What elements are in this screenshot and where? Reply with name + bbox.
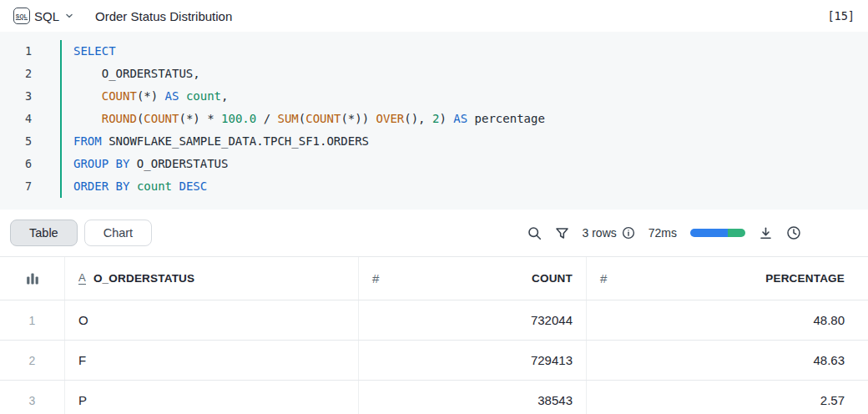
row-number-cell[interactable]: 1 (0, 300, 65, 340)
code-line: 3 COUNT(*) AS count, (0, 85, 868, 108)
code-token: count (137, 179, 172, 193)
code-token: (), (404, 112, 432, 125)
number-type-icon: # (600, 271, 608, 285)
code-line-text: O_ORDERSTATUS, (60, 63, 200, 85)
column-header-count[interactable]: # COUNT (359, 257, 587, 300)
code-line-text: FROM SNOWFLAKE_SAMPLE_DATA.TPCH_SF1.ORDE… (60, 130, 369, 153)
cell-type-label: SQL (34, 9, 59, 23)
tab-table[interactable]: Table (10, 220, 78, 246)
code-line: 5FROM SNOWFLAKE_SAMPLE_DATA.TPCH_SF1.ORD… (0, 130, 868, 153)
code-token: AS (165, 89, 179, 103)
code-line-text: COUNT(*) AS count, (60, 85, 228, 108)
code-token: OVER (376, 112, 405, 125)
column-header-orderstatus[interactable]: A O_ORDERSTATUS (65, 257, 359, 300)
code-token: FROM (73, 134, 102, 148)
code-token: SUM (278, 112, 299, 125)
code-token (179, 89, 185, 103)
results-table: A O_ORDERSTATUS # COUNT # PERCENTAGE 1O7… (0, 256, 868, 414)
code-token: SNOWFLAKE_SAMPLE_DATA.TPCH_SF1.ORDERS (102, 134, 369, 148)
table-cell[interactable]: O (65, 300, 359, 340)
download-icon[interactable] (759, 226, 773, 240)
column-label: PERCENTAGE (765, 272, 845, 285)
search-icon[interactable] (527, 226, 542, 240)
column-header-percentage[interactable]: # PERCENTAGE (587, 257, 868, 300)
chevron-down-icon (63, 10, 75, 22)
code-token: ( (299, 112, 305, 125)
line-number: 6 (0, 153, 60, 175)
code-token: ORDER BY (73, 179, 129, 193)
cell-header: SQL SQL Order Status Distribution [15] (0, 0, 868, 32)
query-duration: 72ms (648, 226, 677, 240)
code-token (73, 89, 102, 103)
code-line: 1SELECT (0, 40, 868, 63)
number-type-icon: # (372, 271, 380, 285)
code-token: 100.0 (221, 112, 256, 125)
table-row[interactable]: 3P385432.57 (0, 381, 868, 414)
code-token (73, 112, 102, 125)
table-cell[interactable]: 732044 (359, 300, 587, 340)
table-header-row: A O_ORDERSTATUS # COUNT # PERCENTAGE (0, 257, 868, 300)
table-cell[interactable]: P (65, 381, 359, 414)
line-number: 4 (0, 108, 60, 130)
info-icon[interactable] (622, 226, 635, 240)
code-line: 2 O_ORDERSTATUS, (0, 63, 868, 85)
code-token: DESC (179, 179, 207, 193)
code-token: count (186, 89, 221, 103)
code-token (129, 179, 136, 193)
code-token: COUNT (305, 112, 341, 125)
toolbar-right: 3 rows 72ms (527, 225, 856, 240)
cell-header-left: SQL SQL Order Status Distribution (13, 8, 232, 24)
cell-reference: [15] (827, 9, 855, 23)
text-type-icon: A (78, 272, 86, 285)
code-token: COUNT (102, 89, 137, 103)
filter-icon[interactable] (555, 226, 569, 240)
code-token: O_ORDERSTATUS (129, 157, 228, 170)
row-count-group: 3 rows (583, 226, 635, 240)
results-toolbar: Table Chart 3 rows 72ms (0, 210, 868, 256)
code-token: (*)) (341, 112, 376, 125)
progress-segment-blue (690, 229, 728, 237)
sql-type-dropdown[interactable]: SQL SQL (13, 8, 75, 24)
table-cell[interactable]: 2.57 (587, 381, 868, 414)
code-token: (*) (137, 89, 165, 103)
table-row[interactable]: 1O73204448.80 (0, 300, 868, 341)
code-token: percentage (467, 112, 545, 125)
column-label: O_ORDERSTATUS (93, 272, 194, 285)
code-line-text: SELECT (60, 40, 116, 63)
tab-chart[interactable]: Chart (84, 220, 152, 246)
progress-segment-green (728, 229, 745, 237)
table-cell[interactable]: 48.80 (587, 300, 868, 340)
line-number: 1 (0, 40, 60, 63)
code-line-text: GROUP BY O_ORDERSTATUS (60, 153, 228, 175)
code-token: GROUP BY (73, 157, 129, 170)
row-number-cell[interactable]: 3 (0, 381, 65, 414)
table-cell[interactable]: 38543 (359, 381, 587, 414)
table-row[interactable]: 2F72941348.63 (0, 341, 868, 381)
code-line: 7ORDER BY count DESC (0, 175, 868, 198)
query-progress-bar (690, 229, 745, 237)
code-line: 4 ROUND(COUNT(*) * 100.0 / SUM(COUNT(*))… (0, 108, 868, 130)
code-line: 6GROUP BY O_ORDERSTATUS (0, 153, 868, 175)
code-line-text: ORDER BY count DESC (60, 175, 207, 198)
code-token: COUNT (144, 112, 179, 125)
code-token: AS (453, 112, 467, 125)
table-cell[interactable]: 48.63 (587, 341, 868, 380)
line-number: 2 (0, 63, 60, 85)
code-line-text: ROUND(COUNT(*) * 100.0 / SUM(COUNT(*)) O… (60, 108, 545, 130)
row-number-cell[interactable]: 2 (0, 341, 65, 380)
code-token: ) (439, 112, 453, 125)
bar-chart-icon (26, 272, 39, 285)
cell-title: Order Status Distribution (95, 9, 232, 23)
code-token: ROUND (102, 112, 137, 125)
line-number: 7 (0, 175, 60, 198)
code-editor[interactable]: 1SELECT2 O_ORDERSTATUS,3 COUNT(*) AS cou… (0, 32, 868, 210)
table-cell[interactable]: 729413 (359, 341, 587, 380)
column-header-rownum[interactable] (0, 257, 65, 300)
table-body: 1O73204448.802F72941348.633P385432.57 (0, 300, 868, 414)
table-cell[interactable]: F (65, 341, 359, 380)
code-token: SELECT (73, 44, 116, 58)
code-token: , (221, 89, 228, 103)
history-clock-icon[interactable] (786, 225, 801, 240)
column-label: COUNT (532, 272, 573, 285)
code-token: O_ORDERSTATUS, (73, 67, 200, 80)
